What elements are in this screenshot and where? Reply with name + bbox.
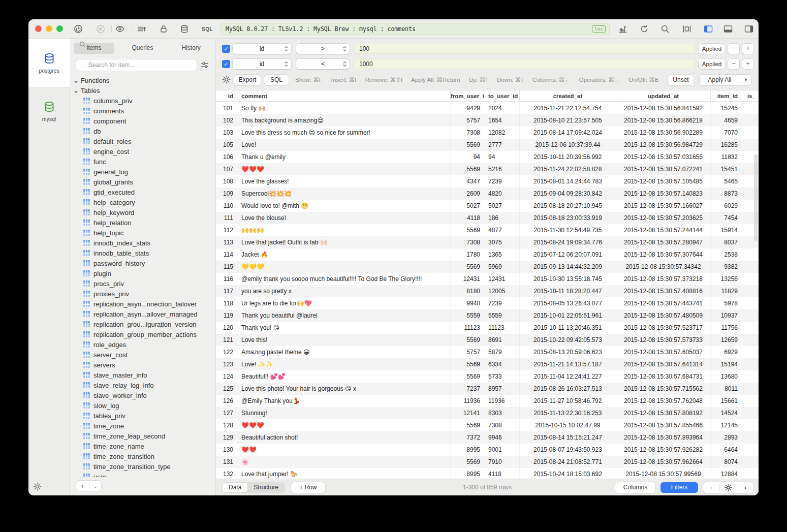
table-cell[interactable]: 2015-12-08 15:30:57.855466: [616, 419, 711, 431]
sidebar-table-item[interactable]: plugin: [70, 268, 215, 278]
table-cell[interactable]: 2015-12-08 15:30:57.373218: [616, 273, 711, 285]
table-cell[interactable]: 🌸: [237, 456, 451, 468]
settings-gear-icon[interactable]: [33, 482, 42, 491]
table-cell[interactable]: 11123: [484, 322, 520, 334]
table-cell[interactable]: 14524: [711, 407, 743, 419]
close-window-button[interactable]: [35, 25, 42, 32]
table-cell[interactable]: 101: [216, 102, 237, 114]
table-cell[interactable]: 2015-12-08 15:30:57.641314: [616, 358, 711, 370]
tree-group-tables[interactable]: Tables: [70, 85, 215, 96]
sidebar-table-item[interactable]: servers: [70, 360, 215, 370]
filter-2-add-button[interactable]: +: [742, 59, 753, 69]
table-row[interactable]: 121Love this!556986912015-10-22 09:42:05…: [216, 334, 759, 346]
sidebar-table-item[interactable]: time_zone_transition_type: [70, 461, 215, 472]
table-cell[interactable]: 7239: [484, 175, 520, 187]
table-cell[interactable]: Thank you! 😘: [237, 322, 451, 334]
table-cell[interactable]: 2015-12-08 15:30:57.962664: [616, 456, 711, 468]
table-cell[interactable]: Supercool💥💥💥: [237, 187, 451, 200]
table-cell[interactable]: [743, 370, 759, 383]
table-cell[interactable]: [743, 309, 759, 322]
table-cell[interactable]: 102: [216, 114, 237, 127]
sidebar-table-item[interactable]: slave_worker_info: [70, 390, 215, 400]
table-cell[interactable]: 117: [216, 285, 237, 297]
table-row[interactable]: 118Ur legs are to die for🙌💖994072392015-…: [216, 297, 759, 309]
table-cell[interactable]: 2015-12-08 15:30:57.244144: [616, 224, 711, 236]
tab-history[interactable]: History: [171, 43, 211, 54]
table-row[interactable]: 111Love the blouse!41181862015-08-18 23:…: [216, 212, 759, 224]
table-cell[interactable]: 130: [216, 444, 237, 456]
table-cell[interactable]: 6334: [484, 358, 520, 370]
sidebar-table-item[interactable]: gtid_executed: [70, 187, 215, 197]
table-cell[interactable]: 2015-12-08 15:30:57.762048: [616, 395, 711, 407]
table-cell[interactable]: 7237: [451, 383, 484, 395]
sidebar-table-item[interactable]: tables_priv: [70, 411, 215, 421]
table-cell[interactable]: 6029: [711, 200, 743, 212]
table-cell[interactable]: [743, 431, 759, 444]
table-row[interactable]: 128❤️❤️❤️556973082015-10-15 10:02:47.992…: [216, 419, 759, 431]
prev-page-button[interactable]: ‹: [703, 484, 719, 491]
table-cell[interactable]: 5569: [451, 163, 484, 175]
table-cell[interactable]: ❤️❤️❤️: [237, 419, 451, 431]
table-cell[interactable]: 106: [216, 151, 237, 163]
table-cell[interactable]: Thank u @emily: [237, 151, 451, 163]
filter-1-column-select[interactable]: id: [233, 44, 291, 54]
table-cell[interactable]: [743, 456, 759, 468]
table-cell[interactable]: Love! ✨✨: [237, 358, 451, 370]
table-cell[interactable]: 1365: [484, 248, 520, 261]
unset-button[interactable]: Unset: [668, 75, 694, 85]
table-cell[interactable]: 2015-10-15 10:02:47.99: [520, 419, 616, 431]
table-cell[interactable]: 2015-08-14 17:09:42.024: [520, 127, 616, 139]
table-cell[interactable]: 12141: [451, 407, 484, 419]
table-cell[interactable]: [743, 248, 759, 261]
apply-all-chevron-icon[interactable]: ▼: [740, 77, 751, 82]
sidebar-table-item[interactable]: password_history: [70, 258, 215, 268]
table-cell[interactable]: 122: [216, 346, 237, 358]
table-cell[interactable]: 2015-12-08 15:30:57.684731: [616, 370, 711, 383]
table-cell[interactable]: 8957: [484, 383, 520, 395]
table-cell[interactable]: 2015-12-08 15:30:56.902289: [616, 127, 711, 139]
table-cell[interactable]: 2015-10-11 20:39:56.992: [520, 151, 616, 163]
table-cell[interactable]: 2024: [484, 102, 520, 114]
table-cell[interactable]: 2015-12-08 15:30:57.140823: [616, 187, 711, 200]
table-cell[interactable]: 2015-08-18 20:27:10.945: [520, 200, 616, 212]
sidebar-table-item[interactable]: engine_cost: [70, 146, 215, 157]
filter-2-column-select[interactable]: id: [233, 59, 291, 69]
table-row[interactable]: 103Love this dress so much 😍 so nice for…: [216, 127, 759, 139]
table-cell[interactable]: 2538: [711, 248, 743, 261]
table-cell[interactable]: [743, 419, 759, 431]
table-cell[interactable]: Love that jumper! 🐎: [237, 468, 451, 479]
table-cell[interactable]: 120: [216, 322, 237, 334]
vertical-scrollbar[interactable]: [754, 154, 758, 241]
table-cell[interactable]: 3075: [484, 236, 520, 248]
filter-options-icon[interactable]: [201, 61, 209, 69]
add-item-plus[interactable]: +: [76, 482, 89, 490]
minimize-window-button[interactable]: [46, 25, 52, 32]
chart-icon[interactable]: [618, 24, 627, 34]
table-cell[interactable]: 107: [216, 163, 237, 175]
table-cell[interactable]: 7308: [484, 419, 520, 431]
table-cell[interactable]: [743, 273, 759, 285]
add-item-button[interactable]: + ⌄: [76, 481, 101, 491]
table-cell[interactable]: 7910: [484, 456, 520, 468]
sidebar-table-item[interactable]: slave_master_info: [70, 370, 215, 380]
table-row[interactable]: 119Thank you beautiful @laurel5559555920…: [216, 309, 759, 322]
table-cell[interactable]: ❤️❤️: [237, 444, 451, 456]
table-cell[interactable]: 5569: [451, 358, 484, 370]
sql-editor-icon[interactable]: SQL: [202, 26, 213, 32]
sidebar-table-item[interactable]: help_relation: [70, 217, 215, 228]
table-cell[interactable]: 124: [216, 370, 237, 383]
table-cell[interactable]: Would love to! @mith 😬: [237, 200, 451, 212]
table-row[interactable]: 106Thank u @emily94942015-10-11 20:39:56…: [216, 151, 759, 163]
table-row[interactable]: 129Beautiful action shot!737299462015-08…: [216, 431, 759, 444]
table-cell[interactable]: [743, 322, 759, 334]
table-cell[interactable]: 2015-08-18 23:00:33.919: [520, 212, 616, 224]
table-cell[interactable]: 15451: [711, 163, 743, 175]
sidebar-table-item[interactable]: component: [70, 116, 215, 126]
table-cell[interactable]: 2015-08-26 16:03:27.513: [520, 383, 616, 395]
toggle-bottom-panel-icon[interactable]: [723, 24, 733, 34]
lock-icon[interactable]: [159, 24, 168, 34]
table-row[interactable]: 108Love the glasses!434772392015-08-01 1…: [216, 175, 759, 187]
table-cell[interactable]: [743, 114, 759, 127]
page-settings-gear-icon[interactable]: [720, 484, 736, 491]
table-cell[interactable]: 11829: [711, 285, 743, 297]
